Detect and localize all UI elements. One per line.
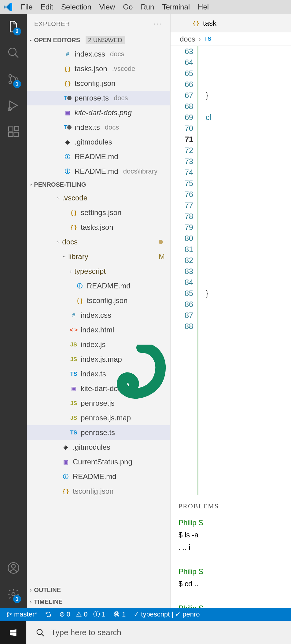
json-icon: { } xyxy=(70,224,78,231)
svg-point-12 xyxy=(7,612,8,613)
menu-go[interactable]: Go xyxy=(123,3,133,11)
folder-typescript[interactable]: ›typescript xyxy=(27,264,170,279)
file-path-suffix: .vscode xyxy=(112,65,135,73)
git-icon: ◈ xyxy=(64,139,72,145)
svg-point-11 xyxy=(12,593,15,596)
open-editor-item[interactable]: #index.cssdocs xyxy=(27,47,170,61)
terminal-line: $ ls -a xyxy=(179,529,283,541)
run-debug-icon[interactable] xyxy=(7,99,20,113)
svg-rect-5 xyxy=(9,127,13,131)
open-editor-item[interactable]: ◈.gitmodules xyxy=(27,135,170,149)
terminal-title[interactable]: PROBLEMS xyxy=(179,500,283,512)
file-index.css[interactable]: #index.css xyxy=(27,308,170,323)
open-editor-item[interactable]: TSindex.tsdocs xyxy=(27,120,170,135)
editor-group: { } task docs › TS 636465666768697071727… xyxy=(171,14,291,608)
status-language[interactable]: ✓ typescript | ✓ penro xyxy=(134,610,200,618)
file-index.ts[interactable]: TSindex.ts xyxy=(27,367,170,381)
modified-dot-icon xyxy=(159,240,163,244)
status-problems[interactable]: ⊘ 0 ⚠ 0 ⓘ 1 xyxy=(59,610,105,619)
outline-header[interactable]: › OUTLINE xyxy=(27,584,170,596)
modified-badge: M xyxy=(159,252,165,261)
timeline-header[interactable]: › TIMELINE xyxy=(27,596,170,608)
activity-bar: 2 1 1 xyxy=(0,14,27,608)
menu-terminal[interactable]: Terminal xyxy=(162,3,190,11)
tab-label[interactable]: task xyxy=(203,19,216,27)
status-tools[interactable]: 🛠 1 xyxy=(113,610,126,618)
svg-point-2 xyxy=(9,81,12,84)
source-control-icon[interactable]: 1 xyxy=(7,73,20,87)
folder-docs[interactable]: ›docs xyxy=(27,235,170,249)
explorer-icon[interactable]: 2 xyxy=(7,20,20,34)
project-header[interactable]: › PENROSE-TILING xyxy=(27,179,170,191)
file-tsconfig.json[interactable]: { }tsconfig.json xyxy=(27,484,170,499)
terminal-panel[interactable]: PROBLEMS Philip S$ ls -a. .. i Philip S$… xyxy=(171,495,291,608)
file-.gitmodules[interactable]: ◈.gitmodules xyxy=(27,440,170,455)
file-path-suffix: docs xyxy=(114,94,128,102)
info-icon: ⓘ xyxy=(64,168,72,175)
breadcrumb-folder[interactable]: docs xyxy=(180,35,195,43)
file-index.html[interactable]: < >index.html xyxy=(27,323,170,337)
file-index.js[interactable]: JSindex.js xyxy=(27,337,170,352)
svg-point-15 xyxy=(37,629,42,635)
chevron-down-icon: › xyxy=(62,256,67,257)
folder-.vscode[interactable]: ›.vscode xyxy=(27,191,170,205)
git-icon: ◈ xyxy=(62,444,70,451)
open-editor-item[interactable]: ⓘREADME.md xyxy=(27,149,170,164)
file-name: README.md xyxy=(75,152,118,161)
json-icon: { } xyxy=(192,20,200,27)
file-penrose.js[interactable]: JSpenrose.js xyxy=(27,396,170,411)
chevron-right-icon: › xyxy=(30,587,31,593)
menu-selection[interactable]: Selection xyxy=(61,3,91,11)
open-editor-item[interactable]: TSpenrose.tsdocs xyxy=(27,91,170,105)
menu-run[interactable]: Run xyxy=(141,3,154,11)
file-README.md[interactable]: ⓘREADME.md xyxy=(27,279,170,293)
info-icon: ⓘ xyxy=(76,282,84,290)
account-icon[interactable] xyxy=(7,562,20,576)
file-penrose.ts[interactable]: TSpenrose.ts xyxy=(27,425,170,440)
file-CurrentStatus.png[interactable]: ▣CurrentStatus.png xyxy=(27,455,170,469)
settings-icon[interactable]: 1 xyxy=(7,588,20,602)
file-tasks.json[interactable]: { }tasks.json xyxy=(27,220,170,235)
search-icon[interactable] xyxy=(7,46,20,60)
ts-icon: TS xyxy=(70,371,78,377)
windows-start-button[interactable] xyxy=(0,621,26,644)
file-penrose.js.map[interactable]: JSpenrose.js.map xyxy=(27,411,170,425)
js-icon: JS xyxy=(70,356,78,363)
file-name: .gitmodules xyxy=(73,443,110,452)
open-editor-item[interactable]: ⓘREADME.mddocs\library xyxy=(27,164,170,179)
status-branch[interactable]: master* xyxy=(6,610,37,618)
folder-name: .vscode xyxy=(62,194,87,202)
open-editor-item[interactable]: { }tsconfig.json xyxy=(27,76,170,91)
json-icon: { } xyxy=(70,210,78,216)
open-editor-item[interactable]: ▣kite-dart-dots.png xyxy=(27,105,170,120)
html-icon: < > xyxy=(70,327,78,333)
file-name: README.md xyxy=(73,472,116,481)
open-editors-header[interactable]: › OPEN EDITORS 2 UNSAVED xyxy=(27,34,170,47)
file-settings.json[interactable]: { }settings.json xyxy=(27,205,170,220)
file-index.js.map[interactable]: JSindex.js.map xyxy=(27,352,170,367)
editor-tabs[interactable]: { } task xyxy=(171,14,291,32)
svg-rect-8 xyxy=(15,126,19,131)
taskbar-search[interactable]: Type here to search xyxy=(26,621,291,644)
code-body[interactable]: } cl } xyxy=(197,46,291,495)
menu-file[interactable]: File xyxy=(21,3,33,11)
svg-rect-6 xyxy=(9,132,13,137)
breadcrumb[interactable]: docs › TS xyxy=(171,32,291,46)
search-placeholder: Type here to search xyxy=(51,628,121,637)
extensions-icon[interactable] xyxy=(7,125,20,139)
windows-taskbar: Type here to search xyxy=(0,621,291,644)
file-tsconfig.json[interactable]: { }tsconfig.json xyxy=(27,293,170,308)
folder-library[interactable]: ›libraryM xyxy=(27,249,170,264)
open-editor-item[interactable]: { }tasks.json.vscode xyxy=(27,61,170,76)
status-sync[interactable] xyxy=(45,611,51,617)
file-kite-dart-dots.png[interactable]: ▣kite-dart-dots.png xyxy=(27,381,170,396)
explorer-more-icon[interactable]: ··· xyxy=(154,20,163,28)
menu-view[interactable]: View xyxy=(99,3,115,11)
menu-edit[interactable]: Edit xyxy=(41,3,53,11)
chevron-right-icon: › xyxy=(70,269,71,274)
json-icon: { } xyxy=(64,66,72,72)
menu-help[interactable]: Hel xyxy=(198,3,209,11)
file-name: tsconfig.json xyxy=(73,487,113,496)
terminal-line xyxy=(179,590,283,602)
file-README.md[interactable]: ⓘREADME.md xyxy=(27,469,170,484)
